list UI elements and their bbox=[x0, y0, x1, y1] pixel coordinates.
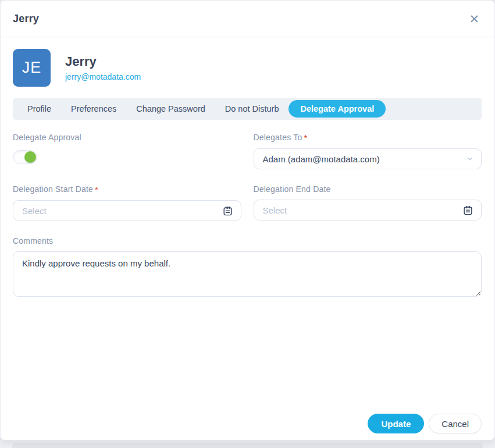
start-date-input[interactable] bbox=[22, 206, 222, 216]
end-date-input[interactable] bbox=[263, 205, 463, 215]
delegate-approval-toggle[interactable] bbox=[13, 150, 37, 164]
comments-textarea[interactable]: Kindly approve requests on my behalf. bbox=[13, 251, 482, 297]
start-date-field: Delegation Start Date* bbox=[13, 184, 241, 221]
tab-do-not-disturb[interactable]: Do not Disturb bbox=[215, 100, 289, 118]
delegate-approval-label: Delegate Approval bbox=[13, 133, 241, 142]
delegates-to-field: Delegates To* Adam (adam@motadata.com) bbox=[254, 133, 482, 169]
background-panel-edge bbox=[12, 443, 483, 448]
start-date-box bbox=[13, 200, 241, 221]
tab-profile[interactable]: Profile bbox=[17, 100, 61, 118]
user-profile-modal: Jerry ✕ JE Jerry jerry@motadata.com Prof… bbox=[0, 0, 495, 440]
tab-preferences[interactable]: Preferences bbox=[61, 100, 126, 118]
modal-footer: Update Cancel bbox=[1, 414, 494, 440]
required-asterisk: * bbox=[304, 133, 307, 143]
modal-header: Jerry ✕ bbox=[1, 1, 494, 37]
comments-field: Comments Kindly approve requests on my b… bbox=[13, 236, 482, 299]
calendar-icon[interactable] bbox=[222, 205, 233, 216]
comments-label: Comments bbox=[13, 236, 482, 246]
tab-delegate-approval[interactable]: Delegate Approval bbox=[289, 100, 386, 118]
profile-text: Jerry jerry@motadata.com bbox=[65, 54, 141, 81]
chevron-down-icon bbox=[466, 155, 473, 162]
cancel-button[interactable]: Cancel bbox=[429, 414, 482, 433]
update-button[interactable]: Update bbox=[368, 414, 424, 433]
delegate-approval-form: Delegate Approval Delegates To* Adam (ad… bbox=[13, 133, 482, 299]
profile-email[interactable]: jerry@motadata.com bbox=[65, 72, 141, 81]
calendar-icon[interactable] bbox=[462, 205, 473, 216]
tabbar: Profile Preferences Change Password Do n… bbox=[13, 98, 482, 120]
end-date-field: Delegation End Date bbox=[254, 184, 482, 221]
delegate-approval-field: Delegate Approval bbox=[13, 133, 241, 169]
delegates-to-label: Delegates To* bbox=[254, 133, 482, 143]
toggle-knob bbox=[24, 151, 36, 163]
avatar: JE bbox=[13, 49, 51, 87]
delegates-to-select[interactable]: Adam (adam@motadata.com) bbox=[254, 148, 482, 169]
delegates-to-value: Adam (adam@motadata.com) bbox=[263, 154, 467, 164]
required-asterisk: * bbox=[95, 184, 98, 194]
modal-body: JE Jerry jerry@motadata.com Profile Pref… bbox=[1, 37, 494, 414]
tab-change-password[interactable]: Change Password bbox=[126, 100, 215, 118]
start-date-label: Delegation Start Date* bbox=[13, 184, 241, 194]
close-icon[interactable]: ✕ bbox=[468, 12, 480, 26]
end-date-label: Delegation End Date bbox=[254, 184, 482, 194]
end-date-box bbox=[254, 200, 482, 221]
profile-summary: JE Jerry jerry@motadata.com bbox=[13, 49, 482, 87]
modal-title: Jerry bbox=[13, 13, 39, 25]
profile-name: Jerry bbox=[65, 54, 141, 69]
